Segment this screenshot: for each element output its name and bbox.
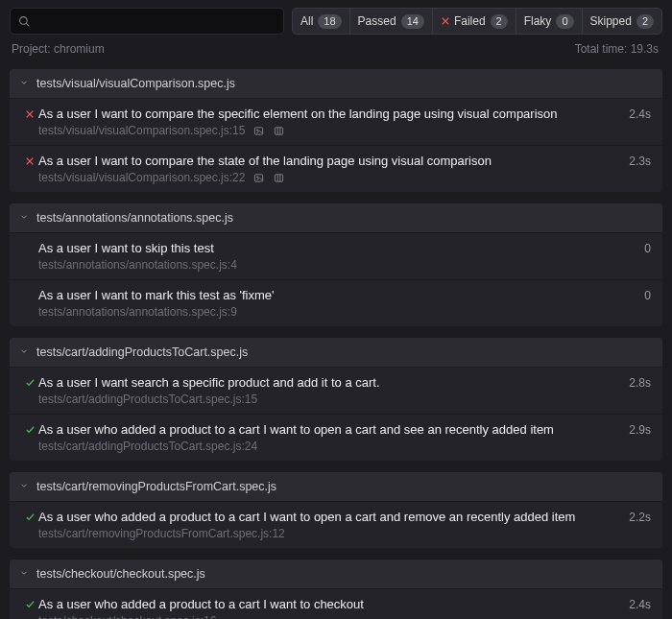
test-location: tests/cart/addingProductsToCart.spec.js:…: [38, 440, 257, 453]
chevron-down-icon: [19, 480, 29, 493]
x-icon: [441, 16, 450, 26]
filter-skipped-label: Skipped: [590, 14, 632, 28]
test-row[interactable]: As a user who added a product to a cart …: [10, 588, 662, 619]
status-icon: [21, 424, 38, 435]
test-duration: 0: [644, 242, 651, 255]
filter-passed-label: Passed: [358, 14, 396, 28]
test-title: As a user I want to compare the state of…: [38, 154, 621, 168]
image-icon[interactable]: [252, 126, 265, 136]
test-row[interactable]: As a user I want search a specific produ…: [10, 367, 662, 414]
filter-skipped[interactable]: Skipped 2: [582, 8, 663, 35]
chevron-down-icon: [19, 345, 29, 359]
svg-rect-15: [276, 174, 283, 180]
test-row[interactable]: As a user I want to mark this test as 'f…: [10, 279, 662, 326]
test-row[interactable]: As a user I want to skip this test0tests…: [10, 232, 662, 279]
test-duration: 2.4s: [629, 107, 651, 121]
total-time-label: Total time: 19.3s: [575, 42, 659, 56]
filter-all-label: All: [300, 14, 313, 28]
test-duration: 0: [644, 289, 651, 302]
test-row[interactable]: As a user who added a product to a cart …: [10, 414, 662, 461]
svg-point-7: [257, 129, 258, 130]
search-icon: [18, 15, 31, 28]
filter-failed-count: 2: [491, 14, 508, 29]
svg-point-0: [20, 16, 28, 24]
status-icon: [21, 599, 38, 609]
test-row[interactable]: As a user I want to compare the specific…: [10, 98, 662, 145]
test-duration: 2.8s: [629, 376, 651, 390]
test-row[interactable]: As a user who added a product to a cart …: [10, 501, 662, 548]
filter-failed[interactable]: Failed 2: [432, 8, 516, 35]
filter-all-count: 18: [318, 14, 341, 29]
test-title: As a user who added a product to a cart …: [38, 422, 621, 437]
group-header[interactable]: tests/cart/removingProductsFromCart.spec…: [10, 472, 662, 501]
test-duration: 2.3s: [629, 155, 651, 168]
status-icon: [21, 109, 38, 119]
test-duration: 2.2s: [629, 511, 651, 524]
test-location: tests/visual/visualComparison.spec.js:22: [38, 171, 245, 184]
filter-failed-label: Failed: [454, 14, 486, 28]
filter-flaky[interactable]: Flaky 0: [516, 8, 582, 35]
group-title: tests/cart/addingProductsToCart.spec.js: [36, 345, 248, 359]
status-icon: [21, 377, 38, 388]
svg-point-14: [257, 176, 258, 177]
image-icon[interactable]: [252, 173, 265, 183]
test-duration: 2.9s: [629, 423, 651, 437]
group-header[interactable]: tests/cart/addingProductsToCart.spec.js: [10, 338, 662, 367]
test-title: As a user I want to mark this test as 'f…: [38, 288, 636, 302]
filter-flaky-count: 0: [556, 14, 573, 29]
test-group: tests/cart/removingProductsFromCart.spec…: [10, 472, 662, 548]
test-title: As a user I want to skip this test: [38, 241, 636, 255]
search-box[interactable]: [10, 8, 284, 35]
test-location: tests/cart/addingProductsToCart.spec.js:…: [38, 393, 257, 406]
test-location: tests/checkout/checkout.spec.js:16: [38, 614, 216, 619]
filter-skipped-count: 2: [636, 14, 654, 29]
svg-rect-8: [276, 127, 283, 133]
test-title: As a user I want search a specific produ…: [38, 375, 621, 390]
group-header[interactable]: tests/annotations/annotations.spec.js: [10, 203, 662, 232]
test-group: tests/visual/visualComparison.spec.jsAs …: [10, 69, 662, 192]
filter-passed[interactable]: Passed 14: [349, 8, 432, 35]
filter-group: All 18 Passed 14 Failed 2 Flaky 0 Skippe…: [292, 8, 662, 35]
diff-icon[interactable]: [273, 126, 285, 136]
test-title: As a user who added a product to a cart …: [38, 597, 621, 611]
test-row[interactable]: As a user I want to compare the state of…: [10, 145, 662, 192]
group-header[interactable]: tests/checkout/checkout.spec.js: [10, 559, 662, 588]
search-input[interactable]: [36, 14, 276, 29]
test-location: tests/visual/visualComparison.spec.js:15: [38, 124, 245, 137]
top-bar: All 18 Passed 14 Failed 2 Flaky 0 Skippe…: [0, 0, 672, 40]
filter-all[interactable]: All 18: [292, 8, 349, 35]
status-icon: [21, 156, 38, 166]
test-group: tests/checkout/checkout.spec.jsAs a user…: [10, 559, 662, 619]
chevron-down-icon: [19, 211, 29, 225]
test-title: As a user who added a product to a cart …: [38, 510, 621, 524]
group-header[interactable]: tests/visual/visualComparison.spec.js: [10, 69, 662, 98]
chevron-down-icon: [19, 567, 29, 581]
chevron-down-icon: [19, 77, 29, 90]
group-title: tests/cart/removingProductsFromCart.spec…: [36, 480, 276, 493]
svg-line-1: [26, 23, 29, 26]
diff-icon[interactable]: [273, 173, 285, 183]
group-title: tests/visual/visualComparison.spec.js: [36, 77, 235, 90]
project-label: Project: chromium: [12, 42, 105, 56]
filter-flaky-label: Flaky: [524, 14, 552, 28]
meta-row: Project: chromium Total time: 19.3s: [0, 40, 672, 63]
test-group: tests/annotations/annotations.spec.jsAs …: [10, 203, 662, 326]
test-location: tests/cart/removingProductsFromCart.spec…: [38, 527, 285, 540]
group-title: tests/checkout/checkout.spec.js: [36, 567, 205, 581]
test-group: tests/cart/addingProductsToCart.spec.jsA…: [10, 338, 662, 461]
test-duration: 2.4s: [629, 598, 651, 611]
status-icon: [21, 512, 38, 522]
group-title: tests/annotations/annotations.spec.js: [36, 211, 233, 225]
filter-passed-count: 14: [401, 14, 424, 29]
test-location: tests/annotations/annotations.spec.js:4: [38, 258, 237, 272]
test-title: As a user I want to compare the specific…: [38, 107, 621, 121]
test-location: tests/annotations/annotations.spec.js:9: [38, 305, 237, 319]
